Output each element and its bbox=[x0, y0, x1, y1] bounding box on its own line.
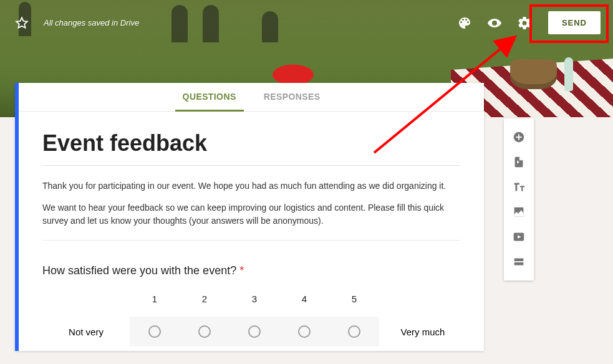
banner-basket bbox=[510, 59, 557, 89]
scale-number: 1 bbox=[130, 294, 180, 304]
import-questions-icon[interactable] bbox=[504, 150, 534, 175]
add-video-icon[interactable] bbox=[504, 224, 534, 249]
save-status: All changes saved in Drive bbox=[44, 18, 139, 27]
add-section-icon[interactable] bbox=[504, 249, 534, 274]
star-icon[interactable] bbox=[15, 16, 29, 30]
required-star-icon: * bbox=[239, 264, 244, 277]
scale-number: 4 bbox=[279, 294, 329, 304]
scale-radio-row: Not very Very much bbox=[42, 317, 460, 347]
tab-responses[interactable]: RESPONSES bbox=[250, 83, 334, 111]
form-description-line: Thank you for participating in our event… bbox=[42, 180, 460, 193]
scale-number: 2 bbox=[180, 294, 229, 304]
tab-questions[interactable]: QUESTIONS bbox=[169, 83, 250, 111]
send-button[interactable]: SEND bbox=[548, 11, 601, 34]
scale-number: 5 bbox=[329, 294, 379, 304]
side-toolbar bbox=[504, 118, 534, 280]
scale-low-label: Not very bbox=[42, 327, 130, 337]
question-label: How satisfied were you with the event? bbox=[42, 264, 236, 277]
scale-radio-5[interactable] bbox=[348, 325, 360, 338]
header-toolbar: All changes saved in Drive SEND bbox=[0, 11, 613, 34]
svg-rect-7 bbox=[514, 262, 524, 266]
svg-rect-4 bbox=[516, 136, 521, 138]
banner-bottle bbox=[564, 57, 573, 91]
question-text[interactable]: How satisfied were you with the event? * bbox=[42, 264, 460, 277]
scale-high-label: Very much bbox=[379, 327, 466, 337]
form-card: QUESTIONS RESPONSES Event feedback Thank… bbox=[15, 83, 484, 351]
scale-number: 3 bbox=[229, 294, 279, 304]
scale-number-row: 1 2 3 4 5 bbox=[42, 294, 460, 304]
add-title-icon[interactable] bbox=[504, 175, 534, 199]
add-image-icon[interactable] bbox=[504, 199, 534, 224]
settings-gear-icon[interactable] bbox=[517, 16, 532, 31]
scale-radio-4[interactable] bbox=[298, 325, 311, 338]
svg-rect-6 bbox=[514, 259, 524, 262]
add-question-icon[interactable] bbox=[504, 125, 534, 150]
preview-eye-icon[interactable] bbox=[487, 16, 502, 31]
form-description[interactable]: Thank you for participating in our event… bbox=[42, 172, 460, 241]
scale-radio-1[interactable] bbox=[148, 325, 161, 338]
scale-radio-2[interactable] bbox=[198, 325, 211, 338]
form-description-line: We want to hear your feedback so we can … bbox=[42, 201, 460, 228]
palette-icon[interactable] bbox=[457, 16, 472, 31]
tabs-row: QUESTIONS RESPONSES bbox=[19, 83, 484, 112]
scale-radio-3[interactable] bbox=[248, 325, 261, 338]
form-title[interactable]: Event feedback bbox=[42, 130, 460, 166]
